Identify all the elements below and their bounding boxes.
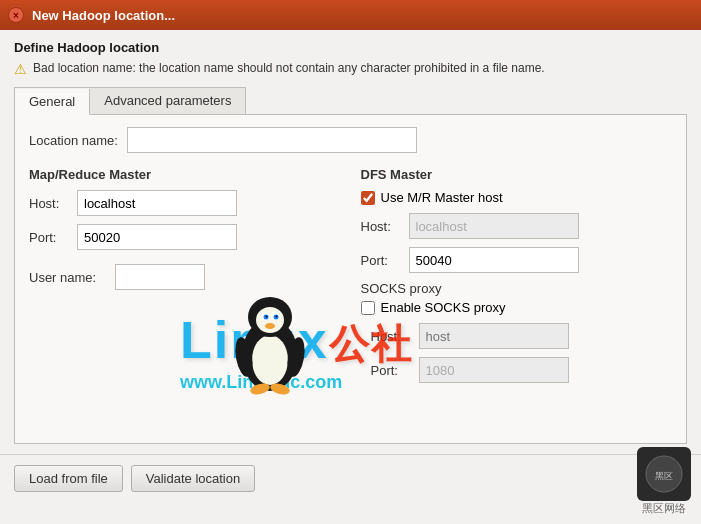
- use-mr-host-label[interactable]: Use M/R Master host: [381, 190, 503, 205]
- socks-port-row: Port:: [371, 357, 673, 383]
- tab-advanced[interactable]: Advanced parameters: [90, 88, 245, 114]
- socks-inner: Host: Port:: [361, 323, 673, 383]
- mr-port-input[interactable]: [77, 224, 237, 250]
- dfs-port-row: Port:: [361, 247, 673, 273]
- location-name-row: Location name:: [29, 127, 672, 153]
- main-columns: Map/Reduce Master Host: Port: User name:: [29, 167, 672, 391]
- mr-master-section: Map/Reduce Master Host: Port: User name:: [29, 167, 341, 391]
- dfs-port-label: Port:: [361, 253, 401, 268]
- enable-socks-row: Enable SOCKS proxy: [361, 300, 673, 315]
- dfs-port-input[interactable]: [409, 247, 579, 273]
- mr-port-label: Port:: [29, 230, 69, 245]
- load-from-file-button[interactable]: Load from file: [14, 465, 123, 492]
- location-name-input[interactable]: [127, 127, 417, 153]
- titlebar: × New Hadoop location...: [0, 0, 701, 30]
- validate-location-button[interactable]: Validate location: [131, 465, 255, 492]
- dialog-heading: Define Hadoop location: [14, 40, 687, 55]
- use-mr-host-row: Use M/R Master host: [361, 190, 673, 205]
- dfs-host-row: Host:: [361, 213, 673, 239]
- close-icon: ×: [13, 10, 19, 21]
- enable-socks-label[interactable]: Enable SOCKS proxy: [381, 300, 506, 315]
- location-name-label: Location name:: [29, 133, 119, 148]
- heiqu-label: 黑区网络: [642, 501, 686, 516]
- socks-port-label: Port:: [371, 363, 411, 378]
- warning-bar: ⚠ Bad location name: the location name s…: [14, 61, 687, 77]
- socks-host-row: Host:: [371, 323, 673, 349]
- warning-icon: ⚠: [14, 61, 27, 77]
- socks-host-input[interactable]: [419, 323, 569, 349]
- dfs-host-input[interactable]: [409, 213, 579, 239]
- dialog-body: Define Hadoop location ⚠ Bad location na…: [0, 30, 701, 454]
- use-mr-host-checkbox[interactable]: [361, 191, 375, 205]
- username-row: User name:: [29, 264, 341, 290]
- mr-master-title: Map/Reduce Master: [29, 167, 341, 182]
- username-input[interactable]: [115, 264, 205, 290]
- mr-port-row: Port:: [29, 224, 341, 250]
- socks-title: SOCKS proxy: [361, 281, 673, 296]
- tab-general[interactable]: General: [15, 89, 90, 115]
- tab-panel-general: Location name: Map/Reduce Master Host: P…: [14, 114, 687, 444]
- enable-socks-checkbox[interactable]: [361, 301, 375, 315]
- warning-text: Bad location name: the location name sho…: [33, 61, 545, 75]
- username-label: User name:: [29, 270, 107, 285]
- socks-port-input[interactable]: [419, 357, 569, 383]
- button-bar: Load from file Validate location: [0, 454, 701, 502]
- close-button[interactable]: ×: [8, 7, 24, 23]
- socks-host-label: Host:: [371, 329, 411, 344]
- window-title: New Hadoop location...: [32, 8, 175, 23]
- mr-host-row: Host:: [29, 190, 341, 216]
- mr-host-label: Host:: [29, 196, 69, 211]
- dfs-host-label: Host:: [361, 219, 401, 234]
- tab-strip: General Advanced parameters: [14, 87, 246, 114]
- socks-proxy-section: SOCKS proxy Enable SOCKS proxy Host:: [361, 281, 673, 383]
- dfs-master-title: DFS Master: [361, 167, 673, 182]
- mr-host-input[interactable]: [77, 190, 237, 216]
- dfs-master-section: DFS Master Use M/R Master host Host: Por…: [361, 167, 673, 391]
